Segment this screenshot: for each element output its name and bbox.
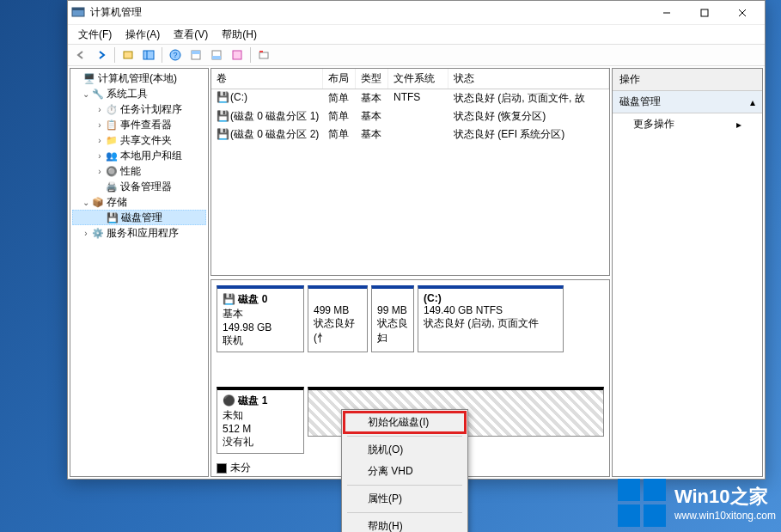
expand-icon[interactable]: › (95, 105, 105, 114)
expand-icon[interactable]: › (95, 120, 105, 130)
actions-item-label: 更多操作 (633, 117, 674, 131)
refresh-button[interactable] (254, 46, 273, 64)
cm-offline[interactable]: 脱机(O) (344, 439, 466, 461)
settings-button[interactable] (228, 46, 247, 64)
actions-header: 操作 (613, 69, 762, 91)
volume-row[interactable]: 💾(C:)简单基本NTFS状态良好 (启动, 页面文件, 故 (211, 89, 609, 107)
disk-size: 512 M (223, 423, 298, 435)
expand-icon[interactable]: ⌄ (81, 198, 91, 207)
menu-view[interactable]: 查看(V) (167, 26, 215, 44)
partition[interactable]: 99 MB状态良妇 (371, 285, 414, 352)
expand-icon[interactable]: › (95, 151, 105, 161)
disk1-info[interactable]: ⚫ 磁盘 1 未知 512 M 没有礼 (217, 387, 304, 454)
tree-disk-mgmt[interactable]: 💾 磁盘管理 (72, 210, 206, 225)
partition[interactable]: 499 MB状态良好 (忄 (308, 285, 368, 352)
cm-detach-vhd[interactable]: 分离 VHD (344, 461, 466, 482)
tree-event-viewer[interactable]: › 📋 事件查看器 (72, 117, 206, 132)
up-button[interactable] (119, 46, 137, 64)
tree-label: 设备管理器 (120, 180, 172, 194)
tree-shared-folders[interactable]: › 📁 共享文件夹 (72, 132, 206, 148)
expand-icon[interactable]: › (95, 136, 105, 145)
svg-rect-16 (259, 52, 268, 58)
forward-button[interactable] (92, 46, 111, 64)
view-bottom-button[interactable] (207, 46, 226, 64)
back-button[interactable] (71, 46, 90, 64)
device-icon: 🖨️ (105, 180, 119, 193)
show-hide-tree-button[interactable] (139, 46, 158, 64)
tree-local-users[interactable]: › 👥 本地用户和组 (72, 148, 206, 163)
disk0-info[interactable]: 💾 磁盘 0 基本 149.98 GB 联机 (217, 285, 304, 352)
minimize-button[interactable] (648, 1, 686, 25)
view-top-button[interactable] (186, 46, 205, 64)
expand-icon[interactable]: ⌄ (81, 89, 91, 99)
menu-help[interactable]: 帮助(H) (215, 26, 264, 44)
disk-type: 未知 (223, 408, 298, 423)
col-layout[interactable]: 布局 (323, 69, 356, 89)
services-icon: ⚙️ (91, 226, 105, 240)
partition[interactable]: (C:)149.40 GB NTFS状态良好 (启动, 页面文件 (418, 285, 564, 352)
titlebar: 计算机管理 (68, 1, 765, 25)
menu-action[interactable]: 操作(A) (119, 26, 167, 44)
tree-device-manager[interactable]: 🖨️ 设备管理器 (72, 179, 206, 194)
tree-root[interactable]: 🖥️ 计算机管理(本地) (72, 70, 206, 86)
disk-size: 149.98 GB (223, 321, 298, 333)
svg-rect-1 (72, 8, 84, 10)
tree-performance[interactable]: › 🔘 性能 (72, 163, 206, 179)
tree-label: 性能 (120, 164, 141, 179)
actions-more[interactable]: 更多操作 ▸ (613, 113, 762, 135)
tree-storage[interactable]: ⌄ 📦 存储 (72, 194, 206, 210)
col-volume[interactable]: 卷 (211, 69, 323, 89)
folder-share-icon: 📁 (105, 133, 119, 147)
disk-status: 联机 (223, 333, 298, 348)
toolbar: ? (68, 44, 765, 66)
expand-icon[interactable]: › (81, 229, 91, 238)
wrench-icon: 🔧 (91, 87, 105, 101)
cm-help[interactable]: 帮助(H) (344, 516, 466, 532)
col-status[interactable]: 状态 (448, 69, 609, 89)
disk-icon: 💾 (106, 211, 119, 224)
maximize-button[interactable] (686, 1, 723, 25)
col-fs[interactable]: 文件系统 (388, 69, 448, 89)
volume-row[interactable]: 💾(磁盘 0 磁盘分区 2)简单基本状态良好 (EFI 系统分区) (211, 125, 609, 144)
menubar: 文件(F) 操作(A) 查看(V) 帮助(H) (68, 25, 765, 44)
menu-file[interactable]: 文件(F) (71, 26, 119, 44)
actions-disk-mgmt[interactable]: 磁盘管理 ▴ (613, 91, 762, 113)
legend-unalloc: 未分 (230, 461, 251, 475)
tree-label: 事件查看器 (120, 118, 172, 132)
svg-text:?: ? (173, 51, 177, 59)
context-menu: 初始化磁盘(I) 脱机(O) 分离 VHD 属性(P) 帮助(H) (341, 409, 468, 532)
app-icon (71, 6, 85, 20)
tree-pane[interactable]: 🖥️ 计算机管理(本地) ⌄ 🔧 系统工具 › ⏱️ 任务计划程序 › 📋 事件… (70, 68, 209, 477)
tree-services[interactable]: › ⚙️ 服务和应用程序 (72, 225, 206, 241)
disk-row-0: 💾 磁盘 0 基本 149.98 GB 联机 499 MB状态良好 (忄99 M… (217, 285, 604, 352)
cm-properties[interactable]: 属性(P) (344, 488, 466, 510)
computer-icon: 🖥️ (82, 71, 96, 85)
volume-row[interactable]: 💾(磁盘 0 磁盘分区 1)简单基本状态良好 (恢复分区) (211, 107, 609, 125)
svg-rect-7 (143, 51, 154, 59)
tree-task-scheduler[interactable]: › ⏱️ 任务计划程序 (72, 101, 206, 117)
svg-rect-12 (192, 51, 200, 54)
tree-system-tools[interactable]: ⌄ 🔧 系统工具 (72, 86, 206, 101)
window-title: 计算机管理 (90, 5, 648, 20)
cm-initialize-disk[interactable]: 初始化磁盘(I) (344, 412, 466, 433)
volume-list[interactable]: 卷 布局 类型 文件系统 状态 💾(C:)简单基本NTFS状态良好 (启动, 页… (211, 68, 610, 276)
event-icon: 📋 (105, 118, 119, 131)
actions-pane: 操作 磁盘管理 ▴ 更多操作 ▸ (612, 68, 763, 477)
tree-root-label: 计算机管理(本地) (98, 71, 177, 86)
disk-title: 磁盘 0 (238, 293, 267, 305)
main-window: 计算机管理 文件(F) 操作(A) 查看(V) 帮助(H) ? 🖥️ (67, 0, 766, 480)
watermark-brand: Win10之家 (674, 484, 776, 510)
svg-rect-15 (233, 51, 241, 59)
disk-title: 磁盘 1 (238, 394, 267, 407)
close-button[interactable] (723, 1, 761, 25)
svg-rect-17 (259, 51, 263, 52)
collapse-icon: ▴ (750, 96, 755, 108)
windows-logo-icon (618, 479, 666, 527)
help-button[interactable]: ? (166, 46, 185, 64)
col-type[interactable]: 类型 (356, 69, 388, 89)
users-icon: 👥 (105, 149, 119, 162)
actions-section-label: 磁盘管理 (619, 95, 661, 109)
expand-icon[interactable]: › (95, 167, 105, 176)
svg-rect-3 (701, 9, 708, 16)
storage-icon: 📦 (91, 195, 105, 209)
